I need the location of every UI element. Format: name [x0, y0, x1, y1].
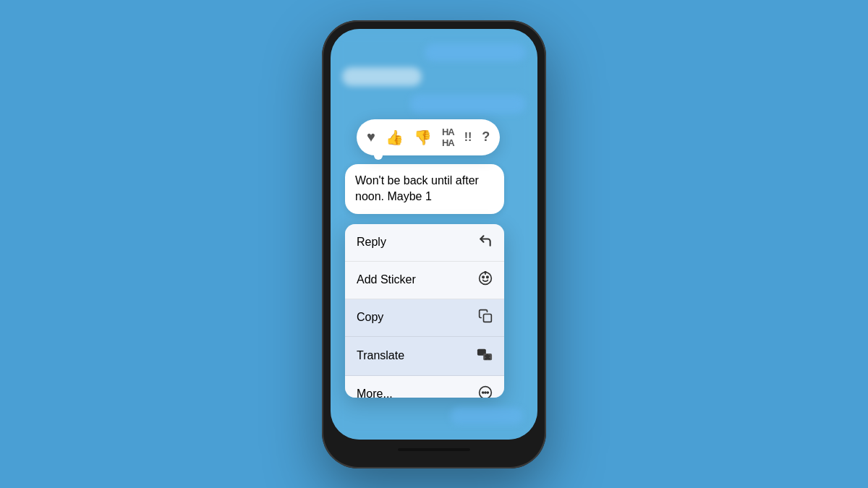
svg-rect-4	[484, 314, 492, 322]
more-menu-item[interactable]: More...	[345, 376, 504, 398]
chat-area: ♥ 👍 👎 HAHA !! ? Won't be back until afte…	[331, 29, 537, 440]
reply-label: Reply	[357, 236, 386, 249]
svg-text:文: 文	[485, 354, 490, 359]
context-menu: Reply Add Sticker	[345, 224, 504, 398]
translate-icon: A 文	[477, 346, 493, 366]
phone-bottom	[331, 440, 537, 460]
blurred-message-3	[410, 95, 526, 114]
svg-text:A: A	[479, 350, 482, 355]
phone-frame: ♥ 👍 👎 HAHA !! ? Won't be back until afte…	[322, 20, 546, 468]
heart-reaction-icon[interactable]: ♥	[367, 129, 375, 145]
add-sticker-label: Add Sticker	[357, 273, 416, 286]
svg-point-12	[487, 392, 488, 393]
thumbs-down-reaction-icon[interactable]: 👎	[414, 129, 432, 146]
svg-point-0	[482, 276, 485, 278]
add-sticker-menu-item[interactable]: Add Sticker	[345, 262, 504, 299]
svg-point-1	[487, 276, 489, 278]
svg-point-11	[485, 392, 486, 393]
more-icon	[478, 385, 493, 398]
exclaim-reaction-icon[interactable]: !!	[464, 131, 472, 144]
blurred-message-1	[425, 43, 526, 62]
question-reaction-icon[interactable]: ?	[482, 129, 490, 145]
copy-icon	[478, 309, 493, 327]
message-text: Won't be back until after noon. Maybe 1	[355, 174, 479, 202]
reaction-bar: ♥ 👍 👎 HAHA !! ?	[357, 119, 500, 155]
phone-screen: ♥ 👍 👎 HAHA !! ? Won't be back until afte…	[331, 29, 537, 440]
home-indicator	[398, 448, 470, 451]
reply-menu-item[interactable]: Reply	[345, 224, 504, 262]
copy-menu-item[interactable]: Copy	[345, 299, 504, 337]
blurred-message-2	[342, 67, 422, 86]
svg-point-3	[485, 271, 486, 273]
thumbs-up-reaction-icon[interactable]: 👍	[386, 129, 404, 146]
translate-menu-item[interactable]: Translate A 文	[345, 337, 504, 376]
svg-point-10	[482, 392, 484, 393]
haha-reaction-icon[interactable]: HAHA	[442, 127, 454, 148]
add-sticker-icon	[478, 271, 493, 289]
translate-label: Translate	[357, 349, 404, 362]
more-label: More...	[357, 388, 393, 398]
blurred-right-1	[451, 408, 523, 425]
message-bubble: Won't be back until after noon. Maybe 1	[345, 164, 504, 214]
reply-icon	[478, 234, 493, 252]
copy-label: Copy	[357, 311, 383, 324]
